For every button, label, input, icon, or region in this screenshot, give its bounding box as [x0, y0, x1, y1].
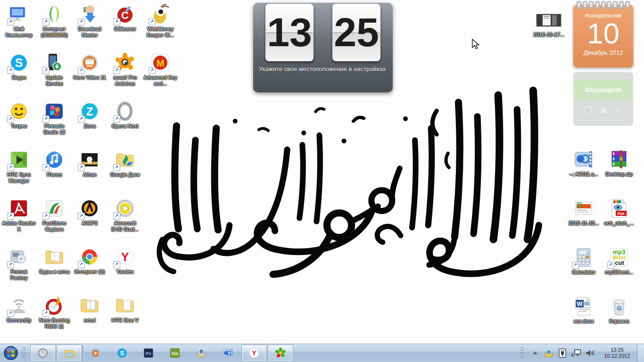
- desktop-icon-itunes[interactable]: ↗ iTunes: [37, 149, 71, 178]
- desktop-icon-tetris[interactable]: ↗ Тетрис: [2, 101, 36, 129]
- desktop-icon-aimp2[interactable]: ↗ AIMP2: [73, 198, 107, 226]
- clock-minutes: 25: [334, 9, 379, 55]
- desktop-icon-nero-burning[interactable]: ↗ Nero Burning ROM 11: [37, 295, 71, 329]
- shortcut-arrow-icon: ↗: [113, 164, 120, 171]
- taskbar-button-windows-explorer[interactable]: [57, 345, 82, 362]
- icon-label: Calculator: [572, 269, 595, 275]
- desktop-icon-update-service[interactable]: ↗ Update Service: [37, 52, 71, 87]
- icon-label: 2012-11-23...: [569, 220, 599, 226]
- desktop: ↗ Мой Компьютер ↗ Интернет (30156689) ↗ …: [0, 0, 644, 362]
- desktop-icon-desktop-zip[interactable]: Desktop.zip: [602, 149, 636, 177]
- desktop-icon-avast[interactable]: ↗ avast! Pro Antivirus: [108, 52, 142, 87]
- desktop-icon-advanced-key[interactable]: M↗ Advanced Key and...: [143, 52, 177, 87]
- taskbar-button-clock-app[interactable]: [30, 345, 56, 362]
- desktop-icon-emul-folder[interactable]: emul: [73, 295, 107, 323]
- desktop-icon-recycle-bin[interactable]: ♻ Корзина: [602, 296, 636, 324]
- taskbar-button-dreamweaver[interactable]: Dw: [162, 345, 188, 362]
- show-desktop-button[interactable]: [637, 344, 644, 362]
- shortcut-arrow-icon: ↗: [7, 164, 14, 171]
- taskbar-button-skype[interactable]: S: [109, 345, 135, 362]
- start-button[interactable]: [4, 346, 18, 360]
- desktop-icon-mp3directcut[interactable]: mp3directcut↗ mp3Direct...: [602, 247, 636, 275]
- yandex-icon: Y: [248, 347, 260, 359]
- desktop-icon-faststone[interactable]: ↗ FastStone Capture: [37, 198, 71, 232]
- icon-label: Nero Burning ROM 11: [37, 317, 71, 329]
- desktop-icon-adobe-reader[interactable]: ↗ Adobe Reader X: [2, 198, 36, 232]
- desktop-icon-a0011-video[interactable]: --; A0011.a...: [567, 149, 601, 177]
- flip-clock-widget[interactable]: 13 25 Укажите свое местоположение в наст…: [253, 3, 393, 92]
- svg-text:mp3: mp3: [613, 248, 626, 255]
- icon-label: Format Factory: [2, 269, 36, 281]
- taskbar: S Ps Dw Y 13:25 10.12.2012: [0, 344, 644, 362]
- icon-label: WebMoney Keeper Cl...: [143, 26, 177, 38]
- desktop-icon-skype[interactable]: S↗ Skype: [2, 52, 36, 81]
- taskbar-button-windows-media-player[interactable]: [83, 345, 108, 362]
- desktop-icon-internet-30156689[interactable]: ↗ Интернет (30156689): [37, 4, 71, 38]
- desktop-icon-athan[interactable]: ↗ Athan: [73, 149, 107, 178]
- desktop-icon-htc-sync[interactable]: ↗ HTC Sync Manager: [2, 149, 36, 184]
- shortcut-arrow-icon: ↗: [78, 18, 85, 25]
- refresh-icon[interactable]: ↻: [615, 105, 622, 115]
- taskbar-button-media-player-classic[interactable]: [215, 345, 240, 362]
- desktop-icon-opera-next[interactable]: ↗ Opera Next: [108, 101, 142, 129]
- stop-icon[interactable]: ▣: [600, 105, 608, 115]
- taskbar-button-daemon-tools[interactable]: [189, 345, 214, 362]
- clock-location-note: Укажите свое местоположение в настройках: [259, 65, 387, 73]
- desktop-icon-google-drive[interactable]: ↗ Google Диск: [108, 149, 142, 178]
- desktop-icon-format-factory[interactable]: ↗ Format Factory: [2, 247, 36, 281]
- icon-label: uch_obsh_...: [604, 220, 634, 226]
- desktop-icon-webmoney[interactable]: ↗ WebMoney Keeper Cl...: [143, 4, 177, 38]
- desktop-icon-aimersoft[interactable]: ↗ Aimersoft DVD Stud...: [108, 198, 142, 232]
- desktop-icon-suras-folder[interactable]: Суры и аяты: [37, 247, 71, 275]
- desktop-icon-connectify[interactable]: ↗ Connectify: [2, 295, 36, 323]
- taskbar-button-yandex-browser[interactable]: Y: [241, 345, 267, 362]
- shortcut-arrow-icon: ↗: [572, 262, 579, 269]
- taskbar-grip[interactable]: [520, 347, 524, 359]
- desktop-icon-video-2012-10-17[interactable]: 2012-10-17...: [532, 9, 566, 38]
- shortcut-arrow-icon: ↗: [78, 115, 85, 123]
- calendar-day: 10: [573, 19, 633, 48]
- shortcut-arrow-icon: ↗: [42, 67, 50, 74]
- svg-text:PDF: PDF: [618, 212, 625, 216]
- desktop-icon-photo-2012-11-23[interactable]: 2012-11-23...: [567, 198, 601, 226]
- icon-label: Суры и аяты: [39, 269, 70, 275]
- icon-label: Google Диск: [110, 172, 140, 178]
- shortcut-arrow-icon: ↗: [113, 213, 120, 220]
- desktop-icon-yandex[interactable]: Y↗ Yandex: [108, 247, 142, 275]
- desktop-icon-uch-obsh-pdf[interactable]: PDF uch_obsh_...: [602, 198, 636, 226]
- desktop-icon-download-master[interactable]: ↗ Download Master: [73, 4, 107, 38]
- photoshop-icon: Ps: [143, 347, 154, 359]
- daemon-tools-tray-icon[interactable]: [543, 347, 554, 359]
- desktop-icon-zona[interactable]: Z↗ Zona: [73, 101, 107, 129]
- svg-text:M: M: [157, 58, 165, 68]
- svg-text:Dw: Dw: [172, 351, 179, 356]
- icon-label: Opera Next: [112, 123, 138, 129]
- icon-label: Connectify: [7, 317, 31, 323]
- calendar-widget[interactable]: понедельник 10 Декабрь 2012: [573, 5, 633, 67]
- taskbar-grip[interactable]: [22, 347, 26, 359]
- network-icon[interactable]: [570, 347, 582, 359]
- svg-text:Z: Z: [86, 105, 93, 118]
- desktop-icon-isk-docx[interactable]: W иск.docx: [567, 296, 601, 324]
- taskbar-button-photoshop[interactable]: Ps: [136, 345, 161, 362]
- icon-label: avast! Pro Antivirus: [108, 74, 142, 87]
- desktop-icon-ccleaner[interactable]: C↗ CCleaner: [108, 4, 142, 32]
- desktop-icon-chrome[interactable]: ↗ Интернет (1): [73, 247, 107, 275]
- desktop-icon-my-computer[interactable]: ↗ Мой Компьютер: [2, 4, 36, 38]
- svg-text:W: W: [577, 300, 583, 307]
- icon-label: Тетрис: [11, 123, 27, 129]
- safely-remove-hardware-icon[interactable]: [557, 347, 568, 359]
- shortcut-arrow-icon: ↗: [42, 115, 50, 123]
- open-window-icon[interactable]: ❐: [585, 105, 592, 115]
- volume-icon[interactable]: [584, 347, 595, 359]
- show-hidden-icons-arrow[interactable]: [529, 347, 541, 359]
- desktop-icon-nero-video[interactable]: ↗ Nero Video 11: [73, 52, 107, 81]
- svg-text:S: S: [15, 56, 23, 69]
- security-status-widget[interactable]: Защищено ❐ ▣ ↻: [573, 72, 633, 126]
- taskbar-clock[interactable]: 13:25 10.12.2012: [600, 347, 634, 359]
- shortcut-arrow-icon: ↗: [149, 18, 156, 25]
- desktop-icon-pinnacle[interactable]: ↗ Pinnacle Studio 12: [37, 101, 71, 135]
- desktop-icon-calculator[interactable]: 0↗ Calculator: [567, 247, 601, 275]
- taskbar-button-icq[interactable]: [268, 345, 293, 362]
- desktop-icon-htc-one-v-folder[interactable]: HTC One V: [108, 295, 142, 323]
